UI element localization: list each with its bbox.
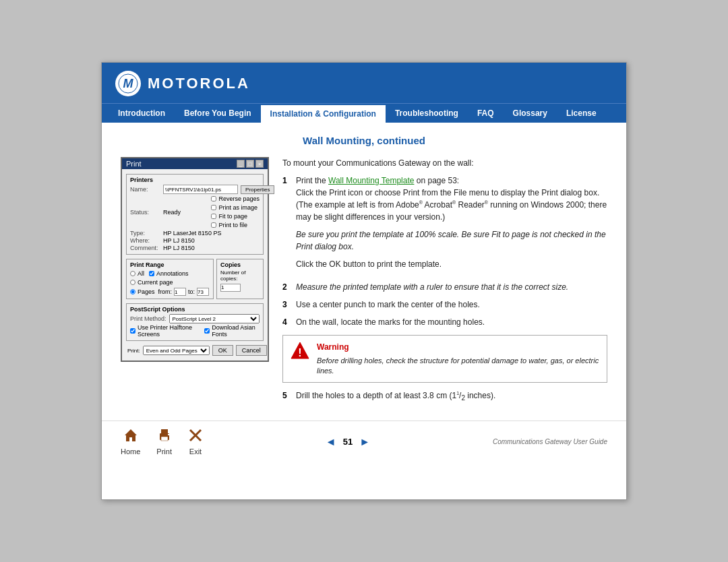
range-copies-row: Print Range All Annotations [126,257,264,301]
nav-item-troubleshooting[interactable]: Troubleshooting [386,104,468,123]
current-page-row: Current page [130,279,210,286]
step5-sup1: 1 [456,391,459,396]
minimize-btn[interactable]: _ [237,160,245,168]
dialog-titlebar: Print _ □ × [122,158,268,169]
reader-sup: ® [485,200,488,205]
left-panel: Print _ □ × Printers Name: [121,157,269,408]
svg-rect-8 [168,434,169,435]
nav-item-introduction[interactable]: Introduction [109,104,175,123]
step-4-text: On the wall, locate the marks for the mo… [296,316,607,328]
status-label: Status: [130,209,160,216]
print-dialog: Print _ □ × Printers Name: [121,157,269,362]
nav-item-glossary[interactable]: Glossary [504,104,557,123]
to-label: to: [188,288,195,295]
all-radio[interactable] [130,271,135,276]
annotations-label: Annotations [156,270,189,277]
step-3-number: 3 [282,299,291,311]
to-input[interactable] [197,288,209,296]
print-method-select[interactable]: PostScript Level 2 [169,314,260,323]
annotations-check[interactable] [149,271,154,276]
properties-btn[interactable]: Properties [241,185,274,194]
name-row: Name: Properties [130,185,260,194]
close-btn[interactable]: × [255,160,264,168]
print-as-image-check[interactable] [211,205,216,210]
comment-label: Comment: [130,245,160,251]
step-4-number: 4 [282,316,291,328]
step-2-number: 2 [282,281,291,293]
halftone-row: Use Printer Halftone Screens Download As… [130,324,260,338]
step-1-click: Click the OK button to print the templat… [296,258,607,270]
step-3-text: Use a center punch to mark the center of… [296,299,607,311]
next-page-arrow[interactable]: ► [359,436,370,448]
current-page-label: Current page [138,279,173,286]
num-copies-input[interactable] [220,284,241,292]
warning-box: ! Warning Before drilling holes, check t… [282,335,607,383]
pages-label: Pages [138,288,155,295]
print-nav-item[interactable]: Print [156,428,172,456]
comment-value: HP LJ 8150 [163,245,195,251]
all-label: All [138,270,144,277]
type-row: Type: HP LaserJet 8150 PS [130,230,260,237]
where-value: HP LJ 8150 [163,237,195,244]
adobe-sup: ® [419,200,423,205]
halftone-check[interactable] [130,328,135,334]
print-select[interactable]: Even and Odd Pages [143,346,210,355]
fit-to-page-check[interactable] [211,214,216,219]
from-input[interactable] [174,288,186,296]
step-1: 1 Print the Wall Mounting Template on pa… [282,175,607,276]
fit-to-page-row: Fit to page [211,213,260,220]
print-as-image-row: Print as image [211,204,260,211]
current-page-radio[interactable] [130,280,135,285]
comment-row: Comment: HP LJ 8150 [130,245,260,251]
exit-nav-item[interactable]: Exit [188,428,203,456]
printers-title: Printers [130,177,260,183]
step-5-number: 5 [282,389,291,403]
svg-text:M: M [123,77,134,90]
print-method-label: Print Method: [130,315,166,322]
copies-title: Copies [220,261,260,268]
pages-row: Pages from: to: [130,288,210,296]
num-copies-label: Number of copies: [220,270,260,282]
nav-item-faq[interactable]: FAQ [468,104,504,123]
print-to-file-check[interactable] [211,222,216,228]
exit-label: Exit [189,447,202,456]
nav-item-before-you-begin[interactable]: Before You Begin [175,104,261,123]
pages-radio[interactable] [130,289,135,294]
print-as-image-label: Print as image [218,204,257,211]
asian-fonts-check[interactable] [204,328,210,334]
nav-item-license[interactable]: License [557,104,606,123]
dialog-controls: _ □ × [237,160,264,168]
page-number: 51 [343,437,353,447]
page-container: M MOTOROLA Introduction Before You Begin… [101,62,627,500]
warning-content: Warning Before drilling holes, check the… [317,341,600,377]
step-2: 2 Measure the printed template with a ru… [282,281,607,293]
wall-mounting-template-link[interactable]: Wall Mounting Template [328,176,414,185]
footer-nav: Home Print [121,428,203,456]
step-5-text: Drill the holes to a depth of at least 3… [296,389,607,403]
step-2-text: Measure the printed template with a rule… [296,281,607,293]
print-to-file-label: Print to file [218,222,247,228]
asian-fonts-label: Download Asian Fonts [212,324,260,338]
reverse-pages-label: Reverse pages [218,195,260,202]
content-body: Print _ □ × Printers Name: [121,157,607,408]
home-label: Home [121,447,140,456]
print-select-label: Print: [127,348,140,354]
nav-item-installation[interactable]: Installation & Configuration [261,104,386,123]
step-5: 5 Drill the holes to a depth of at least… [282,389,607,403]
fit-to-page-label: Fit to page [218,213,247,220]
footer-center: ◄ 51 ► [326,436,370,448]
name-input[interactable] [163,185,238,194]
step-1-number: 1 [282,175,291,276]
prev-page-arrow[interactable]: ◄ [326,436,336,448]
nav-bar: Introduction Before You Begin Installati… [102,103,626,123]
restore-btn[interactable]: □ [246,160,254,168]
warning-icon: ! [290,341,310,361]
home-nav-item[interactable]: Home [121,428,140,456]
status-value: Ready [163,209,208,216]
reverse-pages-check[interactable] [211,196,216,201]
cancel-button[interactable]: Cancel [236,345,267,356]
content-area: Wall Mounting, continued Print _ □ × [102,123,626,420]
ok-button[interactable]: OK [212,345,233,356]
warning-text: Before drilling holes, check the structu… [317,356,600,377]
print-icon [157,428,172,446]
